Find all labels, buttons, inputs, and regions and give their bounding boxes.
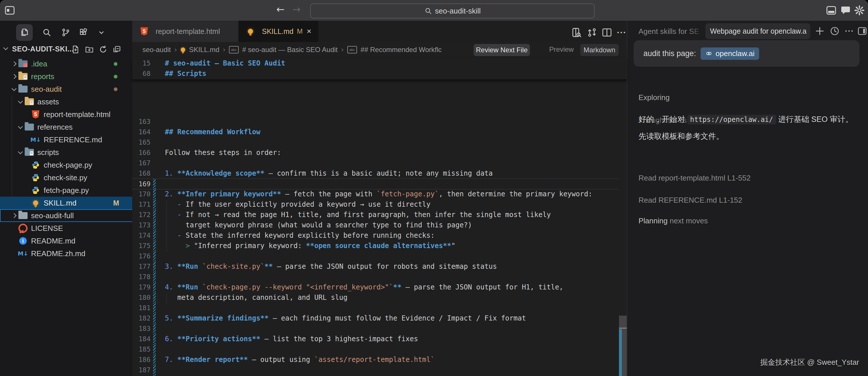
url-chip[interactable]: openclaw.ai — [701, 48, 759, 60]
tree-item-readme-md[interactable]: iREADME.md — [0, 235, 143, 247]
chat-session-tab[interactable]: Webpage audit for openclaw.a — [706, 23, 810, 39]
review-next-file-button[interactable]: Review Next File — [474, 44, 530, 56]
code-line-167[interactable]: 167 — [132, 158, 618, 168]
code-line-177[interactable]: 1773. **Run `check-site.py`** — parse th… — [132, 261, 618, 272]
compare-changes-icon[interactable] — [587, 27, 597, 38]
chat-bubble-icon[interactable] — [840, 5, 851, 16]
chevron-down-icon[interactable] — [17, 126, 24, 128]
tab-skill-md[interactable]: SKILL.md M × — [239, 21, 318, 42]
code-line-text: 3. **Run `check-site.py`** — parse the J… — [156, 262, 497, 270]
activity-source-control-icon[interactable] — [57, 24, 74, 41]
code-line-164[interactable]: 164## Recommended Workflow — [132, 127, 618, 137]
chat-tool-item[interactable]: Read report-template.html L1-552 — [639, 174, 750, 182]
more-icon[interactable] — [844, 26, 854, 36]
code-line-163[interactable]: 163 — [132, 116, 618, 127]
new-chat-icon[interactable] — [814, 26, 825, 36]
breadcrumb-item[interactable]: ## Recommended Workflc — [361, 46, 441, 54]
open-preview-icon[interactable] — [571, 27, 582, 38]
back-arrow-icon[interactable]: ← — [276, 3, 285, 15]
command-search-box[interactable]: seo-audit-skill — [310, 3, 595, 19]
code-line-186[interactable]: 1867. **Render report** — output using `… — [132, 354, 618, 365]
code-line-175[interactable]: 175 > "Inferred primary keyword: **open … — [132, 240, 618, 251]
tree-item-check-site-py[interactable]: check-site.py — [0, 171, 155, 184]
tree-item-readme-zh-md[interactable]: M↓README.zh.md — [0, 247, 143, 260]
line-number: 180 — [132, 294, 151, 301]
explorer-collapse-chevron-icon[interactable] — [3, 46, 8, 50]
activity-explorer-icon[interactable] — [16, 24, 33, 41]
more-actions-icon[interactable] — [616, 27, 627, 38]
chevron-down-icon[interactable] — [17, 151, 24, 153]
line-number: 187 — [132, 366, 151, 374]
code-editor[interactable]: 163164## Recommended Workflow165166Follo… — [132, 57, 627, 376]
gear-icon[interactable] — [854, 5, 865, 16]
toggle-panel-icon[interactable] — [826, 5, 837, 16]
tree-item--idea[interactable]: .idea — [0, 57, 143, 70]
sticky-line-15[interactable]: 15# seo-audit — Basic SEO Audit — [132, 58, 618, 68]
chevron-down-icon[interactable] — [17, 100, 24, 103]
history-clock-icon[interactable] — [830, 26, 840, 36]
tree-item-scripts[interactable]: scripts — [0, 146, 149, 159]
sidebar-toggle-icon[interactable] — [4, 5, 16, 16]
modified-gutter-mark — [153, 230, 156, 240]
code-line-181[interactable]: 181 — [132, 303, 618, 313]
code-line-185[interactable]: 185 — [132, 344, 618, 354]
code-line-168[interactable]: 1681. **Acknowledge scope** — confirm th… — [132, 168, 618, 178]
new-folder-icon[interactable] — [85, 45, 94, 54]
tree-item-fetch-page-py[interactable]: fetch-page.py — [0, 184, 155, 197]
code-line-text: 1. **Acknowledge scope** — confirm this … — [156, 169, 493, 177]
split-editor-icon[interactable] — [601, 27, 612, 38]
chevron-right-icon[interactable] — [10, 75, 18, 78]
markdown-toggle[interactable]: Markdown — [580, 44, 619, 56]
code-line-182[interactable]: 1825. **Summarize findings** — each find… — [132, 313, 618, 323]
activity-extensions-icon[interactable] — [75, 24, 92, 41]
code-line-173[interactable]: 173 target keyword phrase (what would a … — [132, 220, 618, 230]
breadcrumb-item[interactable]: SKILL.md — [189, 46, 219, 54]
tree-item-seo-audit[interactable]: seo-audit — [0, 83, 143, 95]
close-tab-icon[interactable]: × — [307, 27, 311, 36]
tree-item-reference-md[interactable]: M↓REFERENCE.md — [0, 134, 155, 146]
activity-chevron-down-icon[interactable] — [93, 24, 110, 41]
code-line-178[interactable]: 178 — [132, 272, 618, 282]
breadcrumb-item[interactable]: seo-audit — [143, 46, 171, 54]
application-window: ← → seo-audit-skill SEO-AUDIT-SKI... .id… — [0, 0, 868, 376]
explorer-header[interactable]: SEO-AUDIT-SKI... — [0, 43, 132, 56]
tab-report-template[interactable]: 5 report-template.html — [132, 21, 239, 42]
code-line-170[interactable]: 1702. **Infer primary keyword** — fetch … — [132, 189, 618, 199]
activity-search-icon[interactable] — [38, 24, 55, 41]
tree-item-license[interactable]: LICENSE — [0, 222, 143, 235]
code-line-184[interactable]: 1846. **Priority actions** — list the to… — [132, 334, 618, 344]
code-line-169[interactable]: 169 — [132, 178, 618, 190]
breadcrumb[interactable]: seo-audit›SKILL.md›abc# seo-audit — Basi… — [143, 42, 441, 57]
tree-item-assets[interactable]: assets — [0, 95, 149, 108]
code-line-165[interactable]: 165 — [132, 137, 618, 147]
code-line-179[interactable]: 1794. **Run `check-page.py --keyword "<i… — [132, 282, 618, 292]
code-line-171[interactable]: 171 - If the user explicitly provided a … — [132, 199, 618, 209]
new-file-icon[interactable] — [71, 45, 80, 54]
collapse-all-icon[interactable] — [112, 45, 122, 54]
chevron-down-icon[interactable] — [10, 88, 18, 90]
tree-item-report-template-html[interactable]: 5report-template.html — [0, 108, 155, 121]
code-line-180[interactable]: 180 meta description, canonical, and URL… — [132, 292, 618, 303]
code-line-166[interactable]: 166Follow these steps in order: — [132, 147, 618, 158]
code-line-187[interactable]: 187 — [132, 365, 618, 375]
tree-item-reports[interactable]: reports — [0, 70, 143, 83]
tree-item-references[interactable]: references — [0, 121, 149, 134]
panel-right-icon[interactable] — [857, 26, 867, 36]
chevron-right-icon[interactable] — [10, 62, 18, 65]
preview-toggle[interactable]: Preview — [549, 46, 574, 54]
code-line-176[interactable]: 176 — [132, 251, 618, 261]
refresh-icon[interactable] — [98, 45, 108, 54]
breadcrumb-item[interactable]: # seo-audit — Basic SEO Audit — [242, 46, 338, 54]
tree-item-seo-audit-full[interactable]: seo-audit-full — [0, 209, 143, 222]
code-line-174[interactable]: 174 - State the inferred keyword explici… — [132, 230, 618, 240]
modified-gutter-mark — [153, 58, 156, 68]
code-line-183[interactable]: 183 — [132, 323, 618, 334]
chat-tool-item[interactable]: Read REFERENCE.md L1-152 — [639, 196, 742, 205]
forward-arrow-icon[interactable]: → — [292, 3, 301, 15]
tree-item-skill-md[interactable]: SKILL.mdM — [0, 197, 155, 209]
tree-item-check-page-py[interactable]: check-page.py — [0, 159, 155, 171]
code-line-172[interactable]: 172 - If not → read the page H1, title, … — [132, 209, 618, 220]
chevron-right-icon[interactable] — [10, 214, 18, 217]
sticky-line-68[interactable]: 68## Scripts — [132, 68, 618, 79]
modified-gutter-mark — [153, 147, 156, 158]
